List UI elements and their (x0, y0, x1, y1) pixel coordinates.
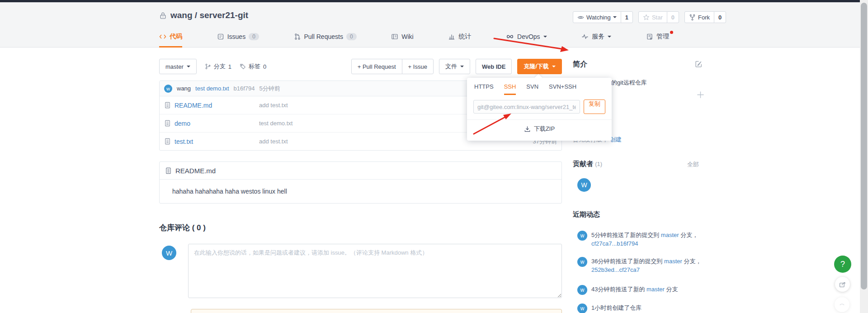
activity-text: 43分钟前推送了新的 master 分支 (591, 285, 702, 294)
star-button[interactable]: Star (638, 11, 667, 23)
comment-input[interactable] (188, 244, 562, 298)
fork-button[interactable]: Fork (684, 11, 714, 23)
copy-button[interactable]: 复制 (584, 100, 605, 114)
tab-label: 代码 (170, 33, 182, 41)
document-icon (165, 167, 172, 174)
bar-chart-icon (448, 33, 455, 40)
scrollbar-thumb[interactable] (861, 3, 867, 289)
activity-avatar[interactable]: w (577, 285, 587, 295)
watching-count[interactable]: 1 (621, 11, 633, 23)
download-zip-button[interactable]: 下载ZIP (467, 120, 612, 138)
star-icon (643, 14, 650, 21)
contributors-all-link[interactable]: 全部 (687, 161, 699, 169)
caret-down-icon (613, 16, 617, 20)
activity-text: 1小时前创建了仓库 (591, 304, 702, 312)
tab-https[interactable]: HTTPS (474, 83, 494, 95)
tab-label: Issues (227, 33, 245, 40)
commit-range-link[interactable]: 252b3ed...cf27ca7 (591, 266, 640, 273)
tab-label: Pull Requests (304, 33, 343, 40)
activity-avatar[interactable]: w (577, 304, 587, 313)
add-label-icon[interactable] (696, 90, 705, 99)
activity-text: 5分钟前推送了新的提交到 master 分支，cf27ca7...b16f794 (591, 231, 702, 248)
branches-label: 分支 (214, 62, 226, 71)
tab-pull-requests[interactable]: Pull Requests 0 (294, 27, 357, 47)
tab-statistics[interactable]: 统计 (448, 27, 471, 47)
branches-count: 1 (228, 63, 231, 70)
list-item: w 36分钟前推送了新的提交到 master 分支，252b3ed...cf27… (577, 257, 703, 274)
star-count[interactable]: 0 (667, 11, 679, 23)
branch-link[interactable]: master (664, 258, 682, 265)
readme-title: README.md (175, 167, 216, 175)
clone-url-input[interactable] (473, 100, 580, 114)
tab-svn-ssh[interactable]: SVN+SSH (549, 83, 576, 95)
tags-stat[interactable]: 标签 0 (240, 62, 266, 71)
readme-panel: README.md hahaha hahahaha haha westos li… (159, 161, 562, 204)
scroll-top-button[interactable] (835, 297, 849, 312)
web-ide-button[interactable]: Web IDE (476, 59, 512, 74)
file-name-link[interactable]: demo (175, 120, 190, 127)
issues-count-badge: 0 (249, 33, 259, 40)
branches-stat[interactable]: 分支 1 (205, 62, 231, 71)
issues-icon (217, 33, 224, 40)
commit-author-avatar[interactable]: w (164, 85, 172, 93)
fork-group: Fork 0 (684, 11, 726, 23)
fork-count[interactable]: 0 (714, 11, 726, 23)
new-pull-request-button[interactable]: + Pull Request (351, 59, 402, 74)
fork-label: Fork (698, 14, 710, 21)
notification-dot (670, 31, 673, 34)
commit-author[interactable]: wang (177, 85, 191, 92)
tab-label: DevOps (517, 33, 540, 40)
branch-link[interactable]: master (661, 232, 679, 238)
activity-prefix: 5分钟前推送了新的提交到 (591, 232, 661, 238)
commit-hash[interactable]: b16f794 (234, 85, 255, 92)
file-icon (164, 138, 171, 145)
file-name-link[interactable]: README.md (175, 102, 212, 109)
repo-title-row: wang / server21-git (159, 10, 248, 20)
pull-request-icon (294, 33, 301, 40)
tab-code[interactable]: 代码 (159, 27, 182, 47)
watching-label: Watching (586, 14, 611, 21)
activity-prefix: 43分钟前推送了新的 (591, 286, 646, 293)
current-user-avatar[interactable]: W (162, 246, 176, 260)
share-button[interactable] (835, 277, 850, 292)
list-item: w 5分钟前推送了新的提交到 master 分支，cf27ca7...b16f7… (577, 231, 703, 248)
list-item: w 43分钟前推送了新的 master 分支 (577, 285, 703, 295)
tab-ssh[interactable]: SSH (504, 83, 516, 95)
tab-manage[interactable]: 管理 (646, 27, 669, 47)
file-name-link[interactable]: test.txt (175, 138, 193, 145)
clone-download-button[interactable]: 克隆/下载 (517, 59, 562, 74)
help-button[interactable]: ? (834, 256, 851, 273)
activity-text: 36分钟前推送了新的提交到 master 分支，252b3ed...cf27ca… (591, 257, 702, 274)
tab-svn[interactable]: SVN (526, 83, 538, 95)
manage-icon (646, 33, 653, 40)
caret-down-icon (552, 66, 556, 69)
file-menu-button[interactable]: 文件 (439, 59, 470, 74)
tab-devops[interactable]: DevOps (506, 27, 547, 47)
watching-group: Watching 1 (573, 11, 633, 23)
commit-time: 5分钟前 (259, 85, 280, 93)
commit-range-link[interactable]: cf27ca7...b16f794 (591, 240, 638, 247)
tab-services[interactable]: 服务 (581, 27, 611, 47)
caret-down-icon (187, 66, 190, 69)
branch-selector[interactable]: master (159, 59, 197, 74)
activity-middle: 分支 (665, 286, 678, 293)
tab-label: 统计 (458, 33, 471, 41)
contributors-title: 贡献者 (573, 160, 593, 167)
contributor-avatar[interactable]: W (577, 178, 591, 192)
watching-button[interactable]: Watching (573, 11, 621, 23)
tab-issues[interactable]: Issues 0 (217, 27, 259, 47)
comment-submit-area (191, 309, 562, 313)
activity-avatar[interactable]: w (577, 231, 587, 241)
branch-link[interactable]: master (646, 286, 665, 293)
commit-message-link[interactable]: test demo.txt (195, 85, 229, 92)
tag-icon (240, 63, 246, 70)
wiki-icon (391, 33, 398, 40)
tab-wiki[interactable]: Wiki (391, 27, 413, 47)
scrollbar-track[interactable] (860, 0, 868, 313)
download-icon (524, 126, 531, 133)
new-issue-button[interactable]: + Issue (402, 59, 434, 74)
edit-intro-icon[interactable] (695, 60, 703, 68)
page-title: wang / server21-git (170, 10, 248, 20)
repo-toolbar: master 分支 1 标签 (159, 59, 562, 74)
activity-avatar[interactable]: w (577, 257, 587, 267)
